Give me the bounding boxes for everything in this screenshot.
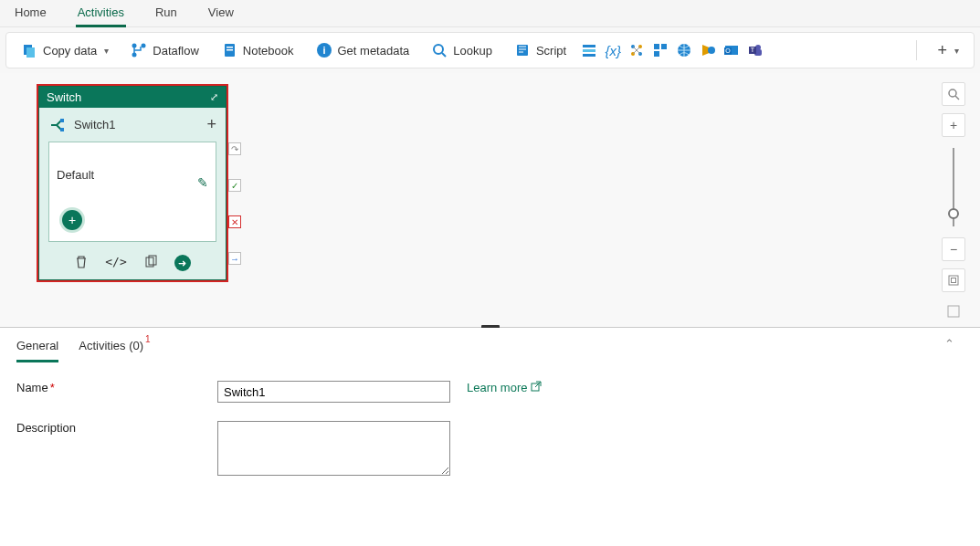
description-input[interactable] — [217, 421, 450, 476]
copy-data-label: Copy data — [43, 44, 97, 58]
learn-more-link[interactable]: Learn more — [467, 381, 542, 394]
lookup-button[interactable]: Lookup — [424, 38, 500, 62]
branch-icon — [131, 42, 147, 58]
tab-activities-label: Activities (0) — [79, 339, 143, 352]
svg-point-10 — [434, 45, 443, 54]
menu-home[interactable]: Home — [13, 4, 48, 25]
zoom-slider-knob[interactable] — [948, 208, 959, 219]
svg-rect-38 — [949, 276, 958, 285]
plus-icon: + — [937, 41, 947, 60]
service-chain-icon[interactable] — [628, 42, 645, 58]
notebook-button[interactable]: Notebook — [214, 38, 301, 62]
switch-activity-name: Switch1 — [74, 118, 116, 131]
name-input[interactable] — [217, 381, 450, 403]
svg-point-24 — [708, 47, 715, 54]
zoom-fit-button[interactable] — [942, 268, 965, 292]
svg-text:O: O — [725, 47, 731, 54]
copy-data-button[interactable]: Copy data ▾ — [14, 38, 116, 62]
script-button[interactable]: Script — [507, 38, 574, 62]
menu-run[interactable]: Run — [153, 4, 179, 25]
port-retry[interactable]: ↷ — [228, 142, 241, 155]
toolbar-separator — [916, 40, 917, 60]
switch-title: Switch — [47, 90, 81, 104]
info-icon: i — [316, 42, 332, 58]
squares-icon[interactable] — [652, 42, 669, 58]
svg-rect-13 — [583, 45, 595, 47]
tab-general[interactable]: General — [16, 339, 58, 362]
description-field-label: Description — [16, 421, 217, 435]
port-failure[interactable]: ✕ — [228, 215, 241, 228]
notebook-icon — [221, 42, 237, 58]
canvas-search-button[interactable] — [942, 82, 965, 106]
copy-data-icon — [21, 42, 37, 58]
svg-rect-40 — [948, 306, 959, 317]
menu-activities[interactable]: Activities — [76, 4, 126, 27]
add-case-button[interactable]: + — [206, 115, 216, 134]
svg-point-36 — [949, 89, 956, 97]
svg-text:i: i — [322, 45, 325, 56]
switch-titlebar[interactable]: Switch ⤢ — [39, 87, 226, 108]
svg-rect-6 — [227, 47, 233, 48]
switch-branch-icon — [48, 117, 65, 133]
add-activity-menu[interactable]: + ▾ — [930, 37, 966, 64]
pipeline-canvas[interactable]: Switch ⤢ Switch1 + Default ✎ + </> — [0, 73, 980, 327]
name-field-label: Name* — [16, 381, 217, 394]
svg-rect-39 — [952, 278, 956, 283]
top-menu: Home Activities Run View — [0, 0, 980, 27]
svg-line-11 — [442, 53, 446, 57]
arrow-right-circle-icon[interactable]: ➜ — [174, 255, 191, 271]
get-metadata-button[interactable]: i Get metadata — [309, 38, 417, 62]
zoom-out-button[interactable]: − — [942, 237, 965, 261]
outlook-icon[interactable]: O — [723, 42, 740, 58]
zoom-in-button[interactable]: + — [942, 113, 965, 137]
list-rows-icon[interactable] — [581, 42, 597, 58]
tab-activities-badge: 1 — [145, 334, 151, 344]
svg-rect-32 — [60, 119, 64, 122]
canvas-zoom-tools: + − — [942, 82, 965, 323]
script-label: Script — [536, 44, 566, 58]
learn-more-text: Learn more — [467, 381, 527, 394]
svg-line-37 — [955, 96, 959, 100]
zoom-slider[interactable] — [953, 148, 954, 226]
copy-icon[interactable] — [143, 255, 158, 272]
dataflow-button[interactable]: Dataflow — [123, 38, 206, 62]
default-case-box[interactable]: Default ✎ + — [48, 142, 216, 242]
activity-output-ports: ↷ ✓ ✕ → — [228, 142, 241, 265]
collapse-panel-button[interactable]: ⌃ — [944, 337, 954, 351]
svg-text:T: T — [751, 47, 755, 53]
svg-rect-14 — [583, 49, 595, 52]
teams-icon[interactable]: T — [747, 42, 764, 58]
properties-panel: General Activities (0)1 ⌃ Name* Learn mo… — [0, 328, 980, 546]
svg-rect-33 — [60, 128, 64, 131]
switch-activity-selected[interactable]: Switch ⤢ Switch1 + Default ✎ + </> — [37, 84, 228, 282]
svg-rect-21 — [661, 44, 667, 49]
speaker-icon[interactable] — [700, 42, 716, 58]
svg-point-3 — [132, 53, 137, 58]
required-marker: * — [50, 381, 55, 394]
add-activity-inside-button[interactable]: + — [62, 210, 82, 230]
name-label-text: Name — [16, 381, 48, 394]
get-metadata-label: Get metadata — [338, 44, 410, 58]
variable-icon[interactable]: {x} — [605, 42, 621, 58]
external-link-icon — [531, 381, 542, 394]
angle-brackets-icon[interactable]: </> — [105, 255, 126, 272]
port-completion[interactable]: → — [228, 252, 241, 265]
menu-view[interactable]: View — [206, 4, 236, 25]
overview-icon[interactable] — [942, 299, 965, 323]
dataflow-label: Dataflow — [153, 44, 199, 58]
expand-out-icon[interactable]: ⤢ — [210, 91, 218, 103]
svg-rect-20 — [654, 44, 659, 49]
svg-rect-22 — [654, 51, 659, 57]
chevron-down-icon: ▾ — [104, 46, 109, 56]
port-success[interactable]: ✓ — [228, 179, 241, 192]
notebook-label: Notebook — [243, 44, 294, 58]
globe-icon[interactable] — [676, 42, 692, 58]
trash-icon[interactable] — [74, 255, 89, 272]
tab-activities[interactable]: Activities (0)1 — [79, 339, 148, 362]
svg-rect-7 — [227, 49, 233, 51]
pencil-icon[interactable]: ✎ — [197, 175, 208, 190]
switch-action-bar: </> ➜ — [39, 249, 226, 279]
activities-toolbar: Copy data ▾ Dataflow Notebook i Get meta… — [5, 32, 975, 68]
script-icon — [514, 42, 531, 58]
svg-rect-1 — [26, 47, 35, 58]
